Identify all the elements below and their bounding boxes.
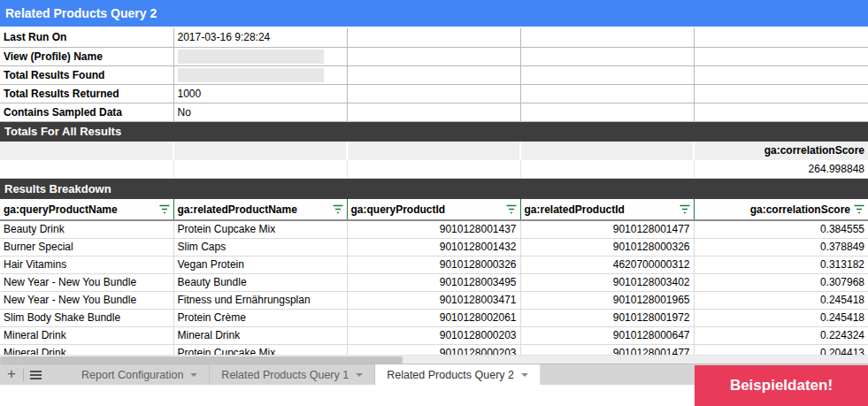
info-value-cell[interactable]: 2017-03-16 9:28:24 xyxy=(173,28,347,47)
column-header-ga-relatedproductid[interactable]: ga:relatedProductId xyxy=(520,199,694,220)
info-value-cell[interactable] xyxy=(173,65,347,84)
empty-cell[interactable] xyxy=(694,84,868,103)
filter-icon[interactable] xyxy=(854,204,864,214)
empty-cell[interactable] xyxy=(0,142,173,160)
info-label-cell[interactable]: Total Results Returned xyxy=(0,84,173,103)
horizontal-scrollbar-thumb[interactable] xyxy=(0,356,403,364)
empty-cell[interactable] xyxy=(347,103,520,121)
data-cell[interactable]: 9010128001477 xyxy=(520,344,694,355)
info-value-cell[interactable] xyxy=(173,47,347,65)
totals-metric-value-cell[interactable]: 264.998848 xyxy=(694,160,868,179)
empty-cell[interactable] xyxy=(520,142,694,160)
empty-cell[interactable] xyxy=(694,47,868,65)
empty-cell[interactable] xyxy=(0,160,173,179)
filter-icon[interactable] xyxy=(333,204,343,214)
info-value-cell[interactable]: No xyxy=(173,103,347,121)
all-sheets-button[interactable] xyxy=(24,364,47,385)
data-cell[interactable]: 9010128000203 xyxy=(347,344,520,355)
column-header-ga-relatedproductname[interactable]: ga:relatedProductName xyxy=(173,199,347,220)
empty-cell[interactable] xyxy=(520,160,694,179)
totals-value-row: 264.998848 xyxy=(0,160,868,179)
data-cell[interactable]: 0.313182 xyxy=(694,256,868,273)
tab-report-configuration[interactable]: Report Configuration xyxy=(70,364,210,385)
filter-icon[interactable] xyxy=(159,204,170,214)
empty-cell[interactable] xyxy=(347,142,520,160)
data-cell[interactable]: Mineral Drink xyxy=(0,344,173,355)
column-header-ga-correlationscore[interactable]: ga:correlationScore xyxy=(694,199,868,220)
info-label-cell[interactable]: Total Results Found xyxy=(0,65,173,84)
data-cell[interactable]: 9010128000647 xyxy=(520,326,694,344)
tab-dropdown-icon[interactable] xyxy=(190,373,197,377)
filter-icon[interactable] xyxy=(506,204,517,214)
data-cell[interactable]: 0.224324 xyxy=(694,326,868,344)
empty-cell[interactable] xyxy=(520,103,694,121)
data-cell[interactable]: Mineral Drink xyxy=(0,326,173,344)
empty-cell[interactable] xyxy=(173,142,347,160)
empty-cell[interactable] xyxy=(347,47,520,65)
data-cell[interactable]: Burner Special xyxy=(0,238,173,256)
tab-related-products-query-1[interactable]: Related Products Query 1 xyxy=(210,364,375,385)
data-cell[interactable]: Protein Cupcake Mix xyxy=(173,344,347,355)
empty-cell[interactable] xyxy=(347,160,520,179)
empty-cell[interactable] xyxy=(347,28,520,47)
data-cell[interactable]: 9010128003471 xyxy=(347,291,520,309)
empty-cell[interactable] xyxy=(520,47,694,65)
data-cell[interactable]: 9010128001432 xyxy=(347,238,520,256)
data-cell[interactable]: 9010128001477 xyxy=(520,220,694,238)
data-cell[interactable]: 9010128000326 xyxy=(347,256,520,273)
empty-cell[interactable] xyxy=(520,28,694,47)
data-cell[interactable]: 0.204413 xyxy=(694,344,868,355)
column-header-ga-queryproductname[interactable]: ga:queryProductName xyxy=(0,199,173,220)
empty-cell[interactable] xyxy=(173,160,347,179)
data-cell[interactable]: New Year - New You Bundle xyxy=(0,291,173,309)
data-cell[interactable]: 9010128000203 xyxy=(347,326,520,344)
data-cell[interactable]: Beauty Drink xyxy=(0,220,173,238)
data-cell[interactable]: Slim Body Shake Bundle xyxy=(0,309,173,326)
tab-dropdown-icon[interactable] xyxy=(521,373,528,377)
data-cell[interactable]: 0.307968 xyxy=(694,273,868,291)
empty-cell[interactable] xyxy=(694,28,868,47)
data-cell[interactable]: 9010128001972 xyxy=(520,309,694,326)
data-cell[interactable]: Protein Crème xyxy=(173,309,347,326)
data-cell[interactable]: New Year - New You Bundle xyxy=(0,273,173,291)
empty-cell[interactable] xyxy=(347,65,520,84)
data-cell[interactable]: Fitness und Ernährungsplan xyxy=(173,291,347,309)
filter-icon[interactable] xyxy=(680,204,690,214)
empty-cell[interactable] xyxy=(694,103,868,121)
data-cell[interactable]: 9010128002061 xyxy=(347,309,520,326)
info-label-cell[interactable]: Contains Sampled Data xyxy=(0,103,173,121)
report-title-cell[interactable]: Related Products Query 2 xyxy=(0,0,868,27)
results-section-header[interactable]: Results Breakdown xyxy=(0,179,868,199)
data-cell[interactable]: Mineral Drink xyxy=(173,326,347,344)
data-cell[interactable]: Hair Vitamins xyxy=(0,256,173,273)
data-cell[interactable]: 4620700000312 xyxy=(520,256,694,273)
data-cell[interactable]: Vegan Protein xyxy=(173,256,347,273)
horizontal-scrollbar[interactable] xyxy=(0,355,868,364)
empty-cell[interactable] xyxy=(520,84,694,103)
data-cell[interactable]: 9010128001437 xyxy=(347,220,520,238)
info-label-cell[interactable]: Last Run On xyxy=(0,28,173,47)
empty-cell[interactable] xyxy=(520,65,694,84)
add-sheet-button[interactable]: + xyxy=(0,364,23,385)
info-label-cell[interactable]: View (Profile) Name xyxy=(0,47,173,65)
data-cell[interactable]: Beauty Bundle xyxy=(173,273,347,291)
tab-related-products-query-2[interactable]: Related Products Query 2 xyxy=(375,364,541,385)
data-cell[interactable]: 9010128000326 xyxy=(520,238,694,256)
data-cell[interactable]: 0.378849 xyxy=(694,238,868,256)
column-header-ga-queryproductid[interactable]: ga:queryProductId xyxy=(347,199,520,220)
empty-cell[interactable] xyxy=(694,65,868,84)
data-cell[interactable]: Slim Caps xyxy=(173,238,347,256)
data-cell[interactable]: 9010128001965 xyxy=(520,291,694,309)
data-cell[interactable]: 9010128003402 xyxy=(520,273,694,291)
totals-section-header[interactable]: Totals For All Results xyxy=(0,122,868,142)
tab-dropdown-icon[interactable] xyxy=(356,373,363,377)
data-cell[interactable]: 9010128003495 xyxy=(347,273,520,291)
tab-label: Related Products Query 1 xyxy=(221,369,349,381)
totals-metric-label-cell[interactable]: ga:correlationScore xyxy=(694,142,868,160)
info-value-cell[interactable]: 1000 xyxy=(173,84,347,103)
data-cell[interactable]: 0.384555 xyxy=(694,220,868,238)
data-cell[interactable]: Protein Cupcake Mix xyxy=(173,220,347,238)
empty-cell[interactable] xyxy=(347,84,520,103)
data-cell[interactable]: 0.245418 xyxy=(694,291,868,309)
data-cell[interactable]: 0.245418 xyxy=(694,309,868,326)
